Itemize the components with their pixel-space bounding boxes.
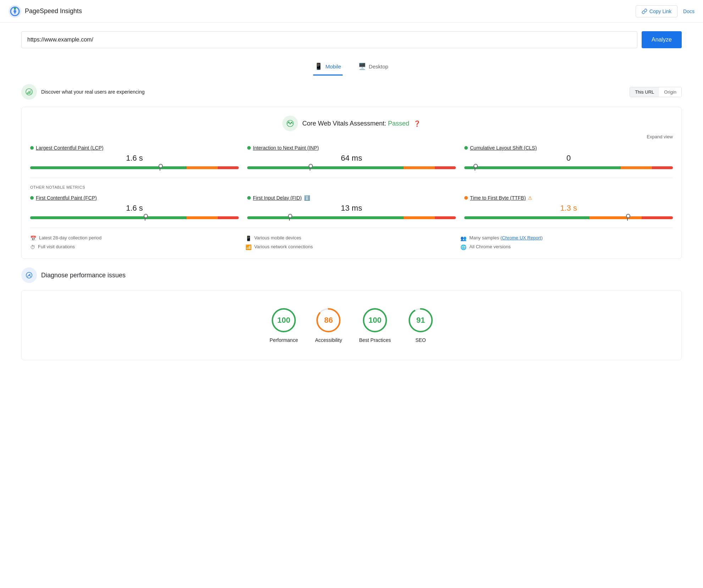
metric-value-inp: 64 ms xyxy=(247,154,456,163)
svg-rect-5 xyxy=(29,91,30,94)
metric-value-fcp: 1.6 s xyxy=(30,204,239,213)
metric-dot-ttfb xyxy=(464,196,468,200)
analyze-button[interactable]: Analyze xyxy=(642,31,682,48)
url-origin-toggle: This URL Origin xyxy=(630,87,682,97)
score-circle-accessibility: 86 xyxy=(316,307,341,333)
info-icon-3: ⏱ xyxy=(30,244,35,250)
main-content: Discover what your real users are experi… xyxy=(0,84,703,383)
copy-link-button[interactable]: Copy Link xyxy=(636,5,677,17)
diagnose-header: Diagnose performance issues xyxy=(21,267,682,283)
info-item-1: 📱Various mobile devices xyxy=(245,235,458,241)
help-icon[interactable]: ❓ xyxy=(414,120,421,127)
score-number-accessibility: 86 xyxy=(324,316,333,325)
metric-label-row-fid: First Input Delay (FID)ℹ️ xyxy=(247,195,456,201)
desktop-icon: 🖥️ xyxy=(358,62,366,70)
score-number-seo: 91 xyxy=(416,316,425,325)
tab-mobile[interactable]: 📱 Mobile xyxy=(313,60,342,76)
metric-label-text-cls[interactable]: Cumulative Layout Shift (CLS) xyxy=(470,145,537,151)
metric-item-lcp: Largest Contentful Paint (LCP)1.6 s xyxy=(30,145,239,169)
metric-dot-fcp xyxy=(30,196,34,200)
expand-view-link[interactable]: Expand view xyxy=(30,134,673,139)
tab-mobile-label: Mobile xyxy=(325,63,341,70)
score-circle-performance: 100 xyxy=(271,307,297,333)
separator xyxy=(30,178,673,178)
info-item-2: 👥Many samples (Chrome UX Report) xyxy=(460,235,673,241)
search-section: Analyze xyxy=(0,23,703,54)
score-number-best_practices: 100 xyxy=(369,316,382,325)
score-label-seo: SEO xyxy=(415,337,426,343)
metric-label-text-lcp[interactable]: Largest Contentful Paint (LCP) xyxy=(36,145,104,151)
main-metrics-grid: Largest Contentful Paint (LCP)1.6 sInter… xyxy=(30,145,673,169)
info-item-0: 📅Latest 28-day collection period xyxy=(30,235,243,241)
gauge-icon xyxy=(25,271,33,279)
metric-label-row-cls: Cumulative Layout Shift (CLS) xyxy=(464,145,673,151)
warning-icon-ttfb: ⚠ xyxy=(528,195,532,201)
info-icon-4: 📶 xyxy=(245,244,251,250)
info-text-1: Various mobile devices xyxy=(254,235,301,240)
progress-bar-wrap-fid xyxy=(247,216,456,219)
score-circle-seo: 91 xyxy=(408,307,433,333)
progress-marker-lcp xyxy=(160,165,160,171)
this-url-button[interactable]: This URL xyxy=(630,87,659,97)
metric-dot-fid xyxy=(247,196,251,200)
svg-point-9 xyxy=(291,122,292,123)
url-input[interactable] xyxy=(21,31,637,48)
other-metrics-grid: First Contentful Paint (FCP)1.6 sFirst I… xyxy=(30,195,673,219)
header: PageSpeed Insights Copy Link Docs xyxy=(0,0,703,23)
metric-label-text-ttfb[interactable]: Time to First Byte (TTFB) xyxy=(470,195,526,201)
metric-value-cls: 0 xyxy=(464,154,673,163)
diagnose-title: Diagnose performance issues xyxy=(41,272,126,279)
progress-bar-wrap-inp xyxy=(247,166,456,169)
header-left: PageSpeed Insights xyxy=(9,5,82,18)
score-item-seo: 91 SEO xyxy=(408,307,433,343)
metric-value-lcp: 1.6 s xyxy=(30,154,239,163)
info-text-0: Latest 28-day collection period xyxy=(39,235,101,240)
origin-button[interactable]: Origin xyxy=(659,87,681,97)
score-circle-best_practices: 100 xyxy=(362,307,388,333)
vitals-icon xyxy=(286,120,294,127)
score-item-performance: 100 Performance xyxy=(270,307,298,343)
progress-bar-track-cls xyxy=(464,166,673,169)
mobile-icon: 📱 xyxy=(315,62,322,70)
metric-label-row-inp: Interaction to Next Paint (INP) xyxy=(247,145,456,151)
info-icon-1: 📱 xyxy=(245,235,251,241)
score-item-best_practices: 100 Best Practices xyxy=(359,307,391,343)
assessment-row: Core Web Vitals Assessment: Passed ❓ xyxy=(30,116,673,131)
other-metrics-label: OTHER NOTABLE METRICS xyxy=(30,185,673,189)
chrome-ux-link[interactable]: Chrome UX Report xyxy=(502,235,541,240)
progress-marker-fcp xyxy=(145,215,145,221)
search-row: Analyze xyxy=(21,31,682,48)
progress-marker-ttfb xyxy=(627,215,628,221)
metric-item-ttfb: Time to First Byte (TTFB)⚠1.3 s xyxy=(464,195,673,219)
progress-bar-track-fid xyxy=(247,216,456,219)
svg-point-2 xyxy=(14,7,16,10)
metric-item-inp: Interaction to Next Paint (INP)64 ms xyxy=(247,145,456,169)
info-icon-5: 🌐 xyxy=(460,244,466,250)
metric-label-text-fid[interactable]: First Input Delay (FID) xyxy=(253,195,302,201)
cwv-icon xyxy=(21,84,37,100)
metric-item-cls: Cumulative Layout Shift (CLS)0 xyxy=(464,145,673,169)
header-right: Copy Link Docs xyxy=(636,5,694,17)
info-icon-0: 📅 xyxy=(30,235,36,241)
assessment-icon xyxy=(282,116,298,131)
diagnose-card: 100 Performance 86 Accessibility 100 Bes… xyxy=(21,290,682,360)
metric-item-fid: First Input Delay (FID)ℹ️13 ms xyxy=(247,195,456,219)
metric-item-fcp: First Contentful Paint (FCP)1.6 s xyxy=(30,195,239,219)
progress-bar-wrap-fcp xyxy=(30,216,239,219)
progress-bar-track-inp xyxy=(247,166,456,169)
progress-marker-inp xyxy=(310,165,310,171)
metric-label-text-inp[interactable]: Interaction to Next Paint (INP) xyxy=(253,145,319,151)
metric-label-text-fcp[interactable]: First Contentful Paint (FCP) xyxy=(36,195,97,201)
progress-bar-wrap-lcp xyxy=(30,166,239,169)
assessment-status: Passed xyxy=(388,120,409,127)
metric-label-row-fcp: First Contentful Paint (FCP) xyxy=(30,195,239,201)
score-number-performance: 100 xyxy=(277,316,290,325)
info-text-4: Various network connections xyxy=(254,244,313,249)
info-icon-fid[interactable]: ℹ️ xyxy=(304,195,310,201)
score-label-accessibility: Accessibility xyxy=(315,337,342,343)
discover-text: Discover what your real users are experi… xyxy=(41,89,145,95)
docs-link[interactable]: Docs xyxy=(683,9,694,14)
footer-separator xyxy=(30,228,673,228)
tab-desktop[interactable]: 🖥️ Desktop xyxy=(357,60,390,76)
tabs-row: 📱 Mobile 🖥️ Desktop xyxy=(0,60,703,76)
